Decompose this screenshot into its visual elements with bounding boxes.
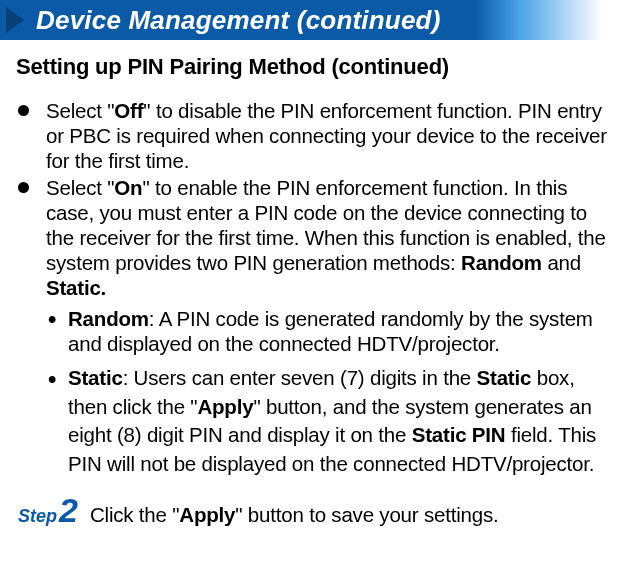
step-label: Step <box>18 506 57 527</box>
section-title: Device Management (continued) <box>36 5 441 36</box>
bold-text: Random <box>461 251 542 274</box>
text: : Users can enter seven (7) digits in th… <box>123 366 477 389</box>
bold-text: Apply <box>197 395 253 418</box>
bold-text: Static. <box>46 276 106 299</box>
bold-text: Static <box>477 366 532 389</box>
list-item: Select "Off" to disable the PIN enforcem… <box>16 98 618 173</box>
sub-heading: Setting up PIN Pairing Method (continued… <box>16 54 618 80</box>
step-number: 2 <box>59 493 78 527</box>
step-instruction: Click the "Apply" button to save your se… <box>90 503 499 527</box>
chevron-right-icon <box>6 7 28 33</box>
bold-text: On <box>114 176 142 199</box>
list-item: Static: Users can enter seven (7) digits… <box>46 364 618 479</box>
section-header: Device Management (continued) <box>0 0 634 40</box>
bold-text: Static PIN <box>412 423 506 446</box>
bold-text: Static <box>68 366 123 389</box>
text: Select " <box>46 176 114 199</box>
text: Click the " <box>90 503 179 526</box>
list-item: Select "On" to enable the PIN enforcemen… <box>16 175 618 300</box>
step-row: Step 2 Click the "Apply" button to save … <box>16 493 618 527</box>
bold-text: Apply <box>179 503 235 526</box>
text: and <box>542 251 581 274</box>
svg-marker-1 <box>6 7 24 33</box>
bold-text: Random <box>68 307 149 330</box>
bullet-list: Select "Off" to disable the PIN enforcem… <box>16 98 618 300</box>
list-item: Random: A PIN code is generated randomly… <box>46 306 618 356</box>
bold-text: Off <box>114 99 143 122</box>
content-area: Setting up PIN Pairing Method (continued… <box>0 40 634 527</box>
text: Select " <box>46 99 114 122</box>
sub-bullet-list: Random: A PIN code is generated randomly… <box>46 306 618 479</box>
text: " button to save your settings. <box>235 503 498 526</box>
